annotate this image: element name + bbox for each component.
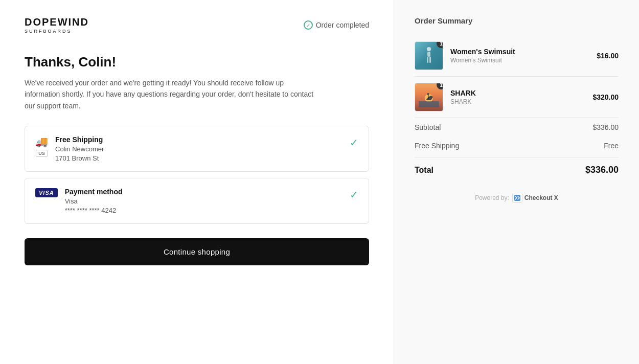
svg-rect-1 — [427, 52, 430, 57]
product-image-container: 1 — [415, 83, 443, 111]
truck-icon: 🚚 — [35, 135, 48, 148]
order-status-badge: ✓ Order completed — [304, 20, 369, 30]
country-badge: US — [36, 150, 48, 157]
payment-card: VISA Payment method Visa **** **** **** … — [25, 178, 369, 224]
header: DOPEWIND SURFBOARDS ✓ Order completed — [25, 16, 369, 34]
continue-shopping-button[interactable]: Continue shopping — [25, 238, 369, 265]
shipping-card: 🚚 US Free Shipping Colin Newcomer 1701 B… — [25, 126, 369, 172]
svg-rect-2 — [427, 57, 428, 63]
shipping-address: 1701 Brown St — [55, 154, 104, 162]
product-sub: SHARK — [450, 98, 476, 105]
shipping-row: Free Shipping Free — [415, 136, 619, 155]
product-info: Women's Swimsuit Women's Swimsuit — [450, 48, 515, 64]
product-sub: Women's Swimsuit — [450, 57, 515, 64]
brand-tagline: SURFBOARDS — [25, 29, 72, 34]
shipping-icon-container: 🚚 US — [35, 135, 48, 157]
product-name: Women's Swimsuit — [450, 48, 515, 56]
total-value: $336.00 — [585, 165, 619, 175]
logo: DOPEWIND SURFBOARDS — [25, 16, 89, 34]
powered-by-label: Powered by: — [475, 194, 509, 201]
svg-point-0 — [427, 47, 431, 51]
product-item: 1 Women's Swimsuit Women's Swimsuit $16.… — [415, 35, 619, 77]
shipping-check-icon: ✓ — [350, 136, 358, 149]
brand-name: DOPEWIND — [25, 16, 89, 28]
payment-card-type: Visa — [65, 197, 123, 205]
order-message: We've received your order and we're gett… — [25, 77, 321, 111]
payment-info: Payment method Visa **** **** **** 4242 — [65, 188, 123, 214]
product-name: SHARK — [450, 89, 476, 97]
checkout-x-label: Checkout X — [524, 194, 558, 201]
thanks-heading: Thanks, Colin! — [25, 54, 369, 70]
shipping-name: Colin Newcomer — [55, 145, 104, 153]
right-panel: Order Summary 1 Wome — [394, 0, 639, 364]
subtotal-row: Subtotal $336.00 — [415, 118, 619, 136]
shipping-value: Free — [604, 142, 619, 150]
payment-card-number: **** **** **** 4242 — [65, 207, 123, 214]
svg-point-7 — [427, 93, 429, 95]
product-left: 1 Women's Swimsuit Women's Swimsuit — [415, 41, 515, 70]
checkout-x-logo: Checkout X — [512, 193, 558, 203]
products-list: 1 Women's Swimsuit Women's Swimsuit $16.… — [415, 35, 619, 118]
checkout-x-icon — [512, 193, 522, 203]
product-item: 1 SHARK SHARK $320.00 — [415, 77, 619, 118]
product-left: 1 SHARK SHARK — [415, 83, 476, 111]
powered-by: Powered by: Checkout X — [415, 193, 619, 203]
left-panel: DOPEWIND SURFBOARDS ✓ Order completed Th… — [0, 0, 394, 364]
payment-title: Payment method — [65, 188, 123, 196]
product-price: $320.00 — [592, 93, 619, 101]
order-status-icon: ✓ — [304, 20, 313, 30]
visa-logo-container: VISA — [35, 188, 58, 197]
shipping-title: Free Shipping — [55, 135, 104, 144]
order-summary-title: Order Summary — [415, 16, 619, 25]
order-status-text: Order completed — [316, 21, 369, 29]
product-price: $16.00 — [597, 52, 619, 60]
svg-rect-3 — [429, 57, 431, 63]
total-label: Total — [415, 166, 433, 175]
shipping-info: Free Shipping Colin Newcomer 1701 Brown … — [55, 135, 104, 162]
shipping-card-left: 🚚 US Free Shipping Colin Newcomer 1701 B… — [35, 135, 104, 162]
shipping-label: Free Shipping — [415, 142, 459, 150]
visa-logo: VISA — [35, 188, 58, 197]
svg-rect-5 — [419, 101, 439, 107]
subtotal-label: Subtotal — [415, 123, 441, 131]
payment-card-left: VISA Payment method Visa **** **** **** … — [35, 188, 123, 214]
product-info: SHARK SHARK — [450, 89, 476, 105]
subtotal-value: $336.00 — [592, 123, 619, 131]
total-row: Total $336.00 — [415, 157, 619, 180]
main-content: Thanks, Colin! We've received your order… — [25, 54, 369, 348]
payment-check-icon: ✓ — [350, 189, 358, 201]
svg-rect-6 — [428, 95, 429, 99]
product-image-container: 1 — [415, 41, 443, 70]
